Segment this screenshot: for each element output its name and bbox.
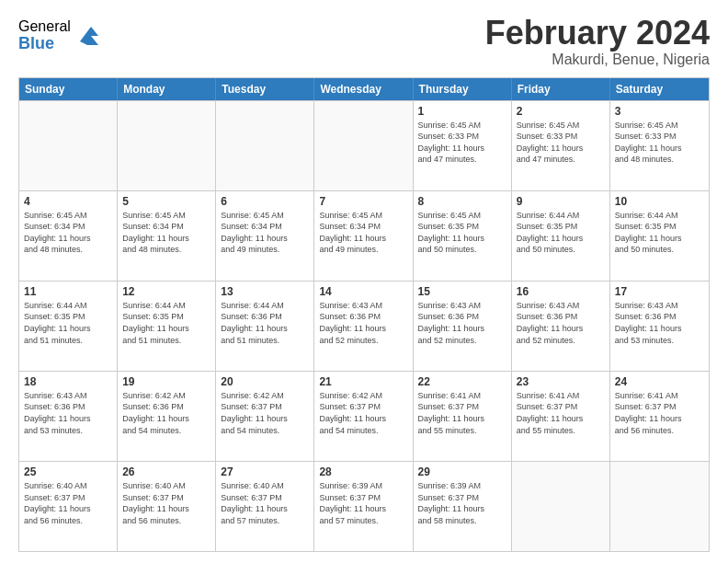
calendar-day-5: 5Sunrise: 6:45 AM Sunset: 6:34 PM Daylig… (118, 191, 216, 281)
calendar-empty-cell (118, 101, 216, 190)
calendar-day-9: 9Sunrise: 6:44 AM Sunset: 6:35 PM Daylig… (512, 191, 610, 281)
calendar-day-6: 6Sunrise: 6:45 AM Sunset: 6:34 PM Daylig… (216, 191, 314, 281)
day-info: Sunrise: 6:44 AM Sunset: 6:35 PM Dayligh… (24, 300, 112, 346)
day-number: 10 (615, 195, 704, 208)
day-number: 18 (24, 375, 112, 388)
day-info: Sunrise: 6:44 AM Sunset: 6:35 PM Dayligh… (517, 210, 605, 256)
day-number: 12 (122, 285, 210, 298)
day-number: 8 (418, 195, 506, 208)
day-number: 7 (319, 195, 407, 208)
day-number: 5 (122, 195, 210, 208)
calendar-day-7: 7Sunrise: 6:45 AM Sunset: 6:34 PM Daylig… (314, 191, 413, 281)
day-number: 11 (24, 285, 112, 298)
day-info: Sunrise: 6:43 AM Sunset: 6:36 PM Dayligh… (418, 300, 506, 346)
day-info: Sunrise: 6:45 AM Sunset: 6:35 PM Dayligh… (418, 210, 506, 256)
logo-blue: Blue (18, 35, 71, 53)
day-info: Sunrise: 6:40 AM Sunset: 6:37 PM Dayligh… (122, 480, 210, 526)
logo-text: General Blue (18, 18, 71, 52)
header-day-thursday: Thursday (414, 78, 512, 100)
day-number: 21 (319, 375, 407, 388)
day-number: 17 (615, 285, 704, 298)
header-day-wednesday: Wednesday (314, 78, 413, 100)
calendar-week-1: 4Sunrise: 6:45 AM Sunset: 6:34 PM Daylig… (19, 190, 709, 281)
calendar-body: 1Sunrise: 6:45 AM Sunset: 6:33 PM Daylig… (19, 100, 709, 551)
calendar-week-0: 1Sunrise: 6:45 AM Sunset: 6:33 PM Daylig… (19, 100, 709, 190)
day-info: Sunrise: 6:45 AM Sunset: 6:34 PM Dayligh… (122, 210, 210, 256)
logo-icon (73, 23, 98, 49)
calendar-day-15: 15Sunrise: 6:43 AM Sunset: 6:36 PM Dayli… (414, 282, 512, 371)
calendar-empty-cell (19, 101, 118, 190)
day-number: 13 (221, 285, 309, 298)
logo: General Blue (18, 18, 98, 52)
calendar-empty-cell (216, 101, 314, 190)
day-info: Sunrise: 6:44 AM Sunset: 6:35 PM Dayligh… (122, 300, 210, 346)
header: General Blue February 2024 Makurdi, Benu… (18, 15, 710, 68)
day-number: 15 (418, 285, 506, 298)
day-info: Sunrise: 6:45 AM Sunset: 6:34 PM Dayligh… (24, 210, 112, 256)
calendar-day-8: 8Sunrise: 6:45 AM Sunset: 6:35 PM Daylig… (414, 191, 512, 281)
day-info: Sunrise: 6:44 AM Sunset: 6:36 PM Dayligh… (221, 300, 309, 346)
day-info: Sunrise: 6:42 AM Sunset: 6:36 PM Dayligh… (122, 390, 210, 436)
day-info: Sunrise: 6:45 AM Sunset: 6:33 PM Dayligh… (615, 120, 704, 166)
calendar-day-16: 16Sunrise: 6:43 AM Sunset: 6:36 PM Dayli… (512, 282, 610, 371)
header-day-friday: Friday (512, 78, 610, 100)
day-number: 16 (517, 285, 605, 298)
logo-general: General (18, 18, 71, 35)
calendar-day-28: 28Sunrise: 6:39 AM Sunset: 6:37 PM Dayli… (314, 462, 413, 551)
month-title: February 2024 (485, 15, 710, 52)
calendar-week-4: 25Sunrise: 6:40 AM Sunset: 6:37 PM Dayli… (19, 461, 709, 551)
day-info: Sunrise: 6:45 AM Sunset: 6:34 PM Dayligh… (221, 210, 309, 256)
day-info: Sunrise: 6:39 AM Sunset: 6:37 PM Dayligh… (418, 480, 506, 526)
calendar-day-29: 29Sunrise: 6:39 AM Sunset: 6:37 PM Dayli… (414, 462, 512, 551)
header-day-saturday: Saturday (610, 78, 709, 100)
day-info: Sunrise: 6:41 AM Sunset: 6:37 PM Dayligh… (615, 390, 704, 436)
calendar-week-3: 18Sunrise: 6:43 AM Sunset: 6:36 PM Dayli… (19, 371, 709, 461)
day-info: Sunrise: 6:40 AM Sunset: 6:37 PM Dayligh… (24, 480, 112, 526)
day-number: 25 (24, 465, 112, 478)
calendar-empty-cell (610, 462, 709, 551)
calendar-week-2: 11Sunrise: 6:44 AM Sunset: 6:35 PM Dayli… (19, 281, 709, 371)
calendar-day-21: 21Sunrise: 6:42 AM Sunset: 6:37 PM Dayli… (314, 372, 413, 461)
calendar-empty-cell (314, 101, 413, 190)
day-info: Sunrise: 6:39 AM Sunset: 6:37 PM Dayligh… (319, 480, 407, 526)
day-info: Sunrise: 6:45 AM Sunset: 6:33 PM Dayligh… (517, 120, 605, 166)
calendar-day-12: 12Sunrise: 6:44 AM Sunset: 6:35 PM Dayli… (118, 282, 216, 371)
day-number: 26 (122, 465, 210, 478)
day-info: Sunrise: 6:42 AM Sunset: 6:37 PM Dayligh… (221, 390, 309, 436)
day-number: 28 (319, 465, 407, 478)
day-number: 19 (122, 375, 210, 388)
calendar-day-14: 14Sunrise: 6:43 AM Sunset: 6:36 PM Dayli… (314, 282, 413, 371)
day-number: 3 (615, 105, 704, 118)
calendar-day-4: 4Sunrise: 6:45 AM Sunset: 6:34 PM Daylig… (19, 191, 118, 281)
calendar-day-10: 10Sunrise: 6:44 AM Sunset: 6:35 PM Dayli… (610, 191, 709, 281)
calendar-day-11: 11Sunrise: 6:44 AM Sunset: 6:35 PM Dayli… (19, 282, 118, 371)
header-day-tuesday: Tuesday (216, 78, 314, 100)
calendar-day-26: 26Sunrise: 6:40 AM Sunset: 6:37 PM Dayli… (118, 462, 216, 551)
calendar-day-18: 18Sunrise: 6:43 AM Sunset: 6:36 PM Dayli… (19, 372, 118, 461)
calendar-empty-cell (512, 462, 610, 551)
page: General Blue February 2024 Makurdi, Benu… (0, 0, 728, 563)
day-info: Sunrise: 6:43 AM Sunset: 6:36 PM Dayligh… (24, 390, 112, 436)
calendar-day-25: 25Sunrise: 6:40 AM Sunset: 6:37 PM Dayli… (19, 462, 118, 551)
day-number: 22 (418, 375, 506, 388)
calendar: SundayMondayTuesdayWednesdayThursdayFrid… (18, 77, 710, 552)
day-number: 6 (221, 195, 309, 208)
calendar-day-1: 1Sunrise: 6:45 AM Sunset: 6:33 PM Daylig… (414, 101, 512, 190)
svg-marker-0 (80, 27, 98, 45)
header-day-monday: Monday (118, 78, 216, 100)
calendar-day-22: 22Sunrise: 6:41 AM Sunset: 6:37 PM Dayli… (414, 372, 512, 461)
day-info: Sunrise: 6:45 AM Sunset: 6:33 PM Dayligh… (418, 120, 506, 166)
day-info: Sunrise: 6:44 AM Sunset: 6:35 PM Dayligh… (615, 210, 704, 256)
day-number: 4 (24, 195, 112, 208)
day-number: 23 (517, 375, 605, 388)
day-info: Sunrise: 6:43 AM Sunset: 6:36 PM Dayligh… (319, 300, 407, 346)
day-number: 29 (418, 465, 506, 478)
day-number: 27 (221, 465, 309, 478)
location-title: Makurdi, Benue, Nigeria (485, 52, 710, 68)
calendar-header: SundayMondayTuesdayWednesdayThursdayFrid… (19, 78, 709, 100)
calendar-day-17: 17Sunrise: 6:43 AM Sunset: 6:36 PM Dayli… (610, 282, 709, 371)
day-number: 14 (319, 285, 407, 298)
calendar-day-27: 27Sunrise: 6:40 AM Sunset: 6:37 PM Dayli… (216, 462, 314, 551)
day-info: Sunrise: 6:42 AM Sunset: 6:37 PM Dayligh… (319, 390, 407, 436)
day-number: 1 (418, 105, 506, 118)
